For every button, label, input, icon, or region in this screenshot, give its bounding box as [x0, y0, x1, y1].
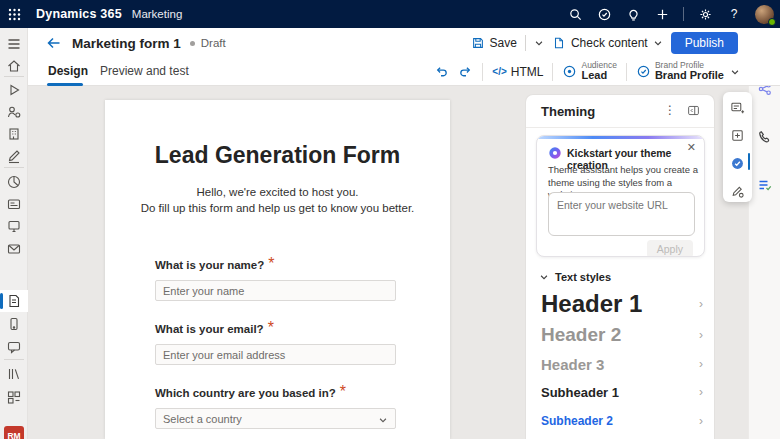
form-heading[interactable]: Lead Generation Form	[105, 142, 450, 169]
nav-hamburger-icon[interactable]	[6, 36, 22, 52]
style-item-header-2[interactable]: Header 2 ›	[541, 322, 703, 348]
nav-cards-icon[interactable]	[6, 196, 22, 212]
required-asterisk: *	[340, 383, 346, 400]
toolbox-active-indicator	[748, 153, 751, 170]
nav-forms-icon[interactable]	[6, 293, 22, 309]
brand-profile-icon	[636, 64, 651, 79]
nav-selected-indicator	[0, 293, 3, 309]
app-title[interactable]: Dynamics 365	[36, 7, 122, 21]
phone-icon[interactable]	[757, 129, 773, 145]
nav-email-icon[interactable]	[6, 241, 22, 257]
text-styles-section-toggle[interactable]: Text styles	[539, 271, 611, 283]
form-intro-text[interactable]: Hello, we're excited to host you. Do fil…	[105, 184, 450, 216]
panel-title: Theming	[541, 104, 595, 119]
nav-segments-icon[interactable]	[6, 389, 22, 405]
status-badge: Draft	[201, 37, 226, 49]
card-gradient-accent	[537, 136, 704, 139]
section-chevron-icon	[539, 272, 549, 282]
form-page[interactable]: Lead Generation Form Hello, we're excite…	[105, 100, 450, 439]
nav-library-icon[interactable]	[6, 366, 22, 382]
required-asterisk: *	[268, 319, 274, 336]
document-icon	[552, 36, 566, 50]
form-field-name[interactable]: What is your name?*	[155, 255, 396, 301]
style-item-subheader-2[interactable]: Subheader 2 ›	[541, 411, 703, 431]
publish-button[interactable]: Publish	[671, 32, 738, 54]
email-input[interactable]	[155, 344, 396, 365]
nav-home-icon[interactable]	[6, 58, 22, 74]
waffle-menu-icon[interactable]	[0, 0, 28, 28]
form-field-email[interactable]: What is your email?*	[155, 319, 396, 365]
style-item-subheader-1[interactable]: Subheader 1 ›	[541, 382, 703, 402]
nav-audience-icon[interactable]	[6, 104, 22, 120]
toolbar-divider	[482, 63, 483, 81]
apply-button[interactable]: Apply	[647, 240, 693, 257]
copilot-icon	[548, 146, 562, 160]
nav-company-icon[interactable]	[6, 126, 22, 142]
more-options-icon[interactable]: ⋮	[664, 103, 676, 117]
nav-mobile-icon[interactable]	[6, 316, 22, 332]
nav-analytics-icon[interactable]	[6, 174, 22, 190]
left-nav-rail: RM	[0, 28, 28, 439]
search-icon[interactable]	[567, 6, 583, 22]
save-dropdown-chevron[interactable]	[534, 38, 544, 48]
nav-compose-icon[interactable]	[6, 148, 22, 164]
style-item-header-1[interactable]: Header 1 ›	[541, 289, 703, 319]
presence-indicator	[768, 18, 776, 26]
name-input[interactable]	[155, 280, 396, 301]
nav-chat-icon[interactable]	[6, 339, 22, 355]
theming-panel: Theming ⋮ Kickstart your theme creation …	[525, 94, 715, 439]
check-content-button[interactable]: Check content	[552, 36, 663, 50]
audience-selector[interactable]: Audience Lead	[562, 61, 616, 81]
personalize-icon[interactable]	[730, 184, 745, 199]
select-chevron-icon	[378, 415, 388, 425]
brand-profile-chevron-icon	[730, 67, 740, 77]
nav-get-started-icon[interactable]	[6, 82, 22, 98]
check-content-chevron-icon	[653, 38, 663, 48]
settings-gear-icon[interactable]	[697, 6, 713, 22]
app-area[interactable]: Marketing	[132, 8, 183, 20]
collapse-panel-icon[interactable]	[687, 104, 700, 117]
country-select[interactable]: Select a country	[155, 408, 396, 429]
fields-icon[interactable]	[730, 100, 745, 115]
save-icon	[471, 36, 485, 50]
topbar-divider	[683, 7, 684, 21]
tab-preview-and-test[interactable]: Preview and test	[100, 64, 189, 78]
kickstart-theme-card: Kickstart your theme creation ✕ Theme as…	[536, 135, 705, 257]
top-app-bar: Dynamics 365 Marketing ?	[0, 0, 780, 28]
add-element-icon[interactable]	[730, 128, 745, 143]
guided-help-icon[interactable]	[596, 6, 612, 22]
editor-toolbox	[723, 92, 752, 202]
lightbulb-icon[interactable]	[625, 6, 641, 22]
website-url-input[interactable]	[548, 192, 695, 236]
html-button[interactable]: </> HTML	[492, 65, 543, 79]
form-field-country[interactable]: Which country are you based in?* Select …	[155, 383, 396, 429]
nav-journeys-icon[interactable]	[6, 218, 22, 234]
command-bar: Marketing form 1 Draft Save Check conten…	[28, 28, 780, 58]
plus-icon[interactable]	[654, 6, 670, 22]
environment-avatar[interactable]: RM	[4, 426, 24, 439]
chevron-right-icon: ›	[699, 414, 703, 428]
brand-profile-selector[interactable]: Brand Profile Brand Profile	[636, 61, 740, 81]
audience-icon	[562, 64, 577, 79]
close-icon[interactable]: ✕	[687, 142, 696, 153]
theming-panel-header: Theming ⋮	[526, 95, 714, 128]
toolbar-divider	[552, 63, 553, 81]
nav-divider	[4, 359, 24, 360]
chevron-right-icon: ›	[699, 297, 703, 311]
checklist-icon[interactable]	[757, 177, 773, 193]
toolbar-divider	[626, 63, 627, 81]
tab-design[interactable]: Design	[48, 64, 88, 78]
style-item-header-3[interactable]: Header 3 ›	[541, 353, 703, 375]
user-avatar[interactable]	[755, 5, 774, 24]
help-icon[interactable]: ?	[726, 6, 742, 22]
undo-icon[interactable]	[434, 64, 449, 79]
theme-icon[interactable]	[730, 156, 745, 171]
command-divider	[525, 35, 526, 51]
page-title: Marketing form 1	[72, 36, 181, 51]
back-arrow-icon[interactable]	[46, 35, 62, 51]
chevron-right-icon: ›	[699, 328, 703, 342]
redo-icon[interactable]	[458, 64, 473, 79]
chevron-right-icon: ›	[699, 357, 703, 371]
save-button[interactable]: Save	[471, 36, 517, 50]
chevron-right-icon: ›	[699, 385, 703, 399]
